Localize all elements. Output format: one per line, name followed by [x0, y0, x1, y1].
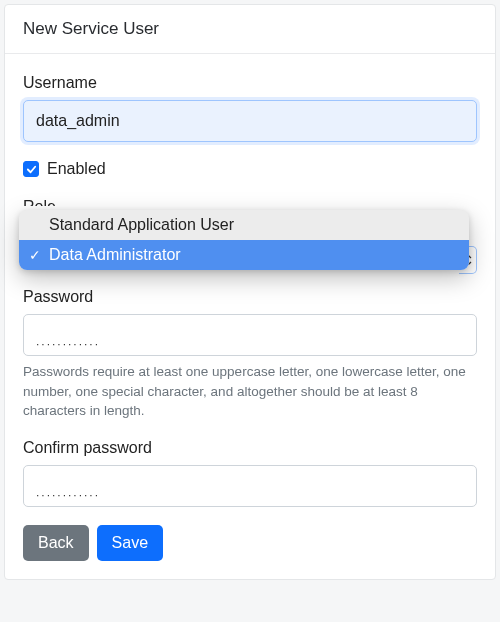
role-option-standard[interactable]: Standard Application User — [19, 210, 469, 240]
password-label: Password — [23, 288, 477, 306]
role-select-area: Standard Application User ✓ Data Adminis… — [23, 214, 477, 274]
role-label: Role — [23, 198, 477, 206]
password-group: Password ············ Passwords require … — [23, 288, 477, 421]
enabled-row: Enabled — [23, 160, 477, 178]
username-label: Username — [23, 74, 477, 92]
password-help: Passwords require at least one uppercase… — [23, 362, 477, 421]
new-service-user-card: New Service User Username Enabled Role — [4, 4, 496, 580]
username-group: Username — [23, 74, 477, 142]
role-dropdown: Standard Application User ✓ Data Adminis… — [19, 210, 469, 270]
role-option-label: Standard Application User — [49, 216, 234, 233]
enabled-checkbox[interactable] — [23, 161, 39, 177]
enabled-label: Enabled — [47, 160, 106, 178]
check-icon — [26, 164, 37, 175]
role-option-data-admin[interactable]: ✓ Data Administrator — [19, 240, 469, 270]
check-icon: ✓ — [29, 247, 41, 263]
password-input[interactable]: ············ — [23, 314, 477, 356]
save-button[interactable]: Save — [97, 525, 163, 561]
password-mask: ············ — [36, 337, 100, 351]
confirm-password-mask: ············ — [36, 488, 100, 502]
confirm-password-label: Confirm password — [23, 439, 477, 457]
card-body: Username Enabled Role Standard Applic — [5, 54, 495, 579]
role-option-label: Data Administrator — [49, 246, 181, 263]
confirm-password-input[interactable]: ············ — [23, 465, 477, 507]
card-header: New Service User — [5, 5, 495, 54]
button-row: Back Save — [23, 525, 477, 561]
page-title: New Service User — [23, 19, 159, 38]
back-button[interactable]: Back — [23, 525, 89, 561]
username-input[interactable] — [23, 100, 477, 142]
confirm-password-group: Confirm password ············ — [23, 439, 477, 507]
